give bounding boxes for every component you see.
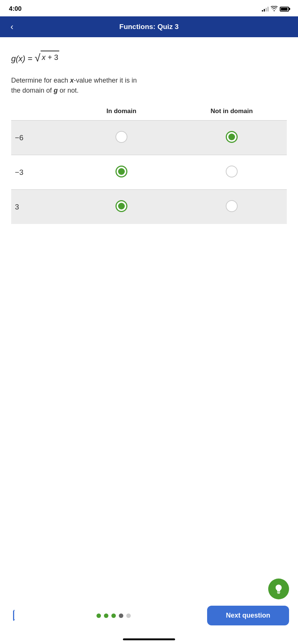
col-xvalue-header xyxy=(11,108,66,121)
next-question-button[interactable]: Next question xyxy=(207,606,289,625)
hint-button[interactable] xyxy=(268,579,289,599)
signal-icon xyxy=(262,6,269,12)
notindomain-cell-1[interactable] xyxy=(177,121,287,155)
question-text: Determine for each x-value whether it is… xyxy=(11,76,287,96)
col-indomain-header: In domain xyxy=(66,108,177,121)
status-bar: 4:00 xyxy=(0,0,298,16)
progress-dot-3 xyxy=(111,613,116,618)
home-indicator xyxy=(123,638,175,640)
radio-notindomain-row3[interactable] xyxy=(226,200,238,212)
main-content: g(x) = √x + 3 Determine for each x-value… xyxy=(0,37,298,231)
progress-dot-5 xyxy=(126,613,131,618)
indomain-cell-1[interactable] xyxy=(66,121,177,155)
xvalue-cell: −3 xyxy=(11,155,66,190)
table-row: 3 xyxy=(11,190,287,224)
progress-dot-1 xyxy=(96,613,101,618)
status-time: 4:00 xyxy=(9,5,22,13)
xvalue-cell: 3 xyxy=(11,190,66,224)
status-icons xyxy=(262,6,289,12)
notindomain-cell-3[interactable] xyxy=(177,190,287,224)
back-button[interactable]: ‹ xyxy=(7,19,16,35)
col-notindomain-header: Not in domain xyxy=(177,108,287,121)
progress-dot-4 xyxy=(119,613,123,618)
app-header: ‹ Functions: Quiz 3 xyxy=(0,16,298,37)
page-title: Functions: Quiz 3 xyxy=(119,23,178,31)
bottom-bar: Next question xyxy=(9,606,289,625)
progress-dot-2 xyxy=(104,613,108,618)
domain-table: In domain Not in domain −6 −3 xyxy=(11,108,287,224)
radio-notindomain-row1[interactable] xyxy=(226,131,238,143)
radio-indomain-row3[interactable] xyxy=(115,200,127,212)
bottom-area: Next question xyxy=(0,623,298,644)
formula-display: g(x) = √x + 3 xyxy=(11,51,287,65)
table-row: −6 xyxy=(11,121,287,155)
indomain-cell-3[interactable] xyxy=(66,190,177,224)
pencil-icon[interactable] xyxy=(6,607,23,624)
xvalue-cell: −6 xyxy=(11,121,66,155)
lightbulb-icon xyxy=(273,584,284,594)
table-row: −3 xyxy=(11,155,287,190)
radio-indomain-row1[interactable] xyxy=(115,131,127,143)
indomain-cell-2[interactable] xyxy=(66,155,177,190)
svg-line-0 xyxy=(9,611,18,619)
battery-icon xyxy=(280,7,289,12)
notindomain-cell-2[interactable] xyxy=(177,155,287,190)
wifi-icon xyxy=(271,6,278,12)
progress-dots xyxy=(96,613,131,618)
radio-notindomain-row2[interactable] xyxy=(226,166,238,177)
radio-indomain-row2[interactable] xyxy=(115,166,127,177)
formula-text: g(x) = √x + 3 xyxy=(11,54,59,63)
